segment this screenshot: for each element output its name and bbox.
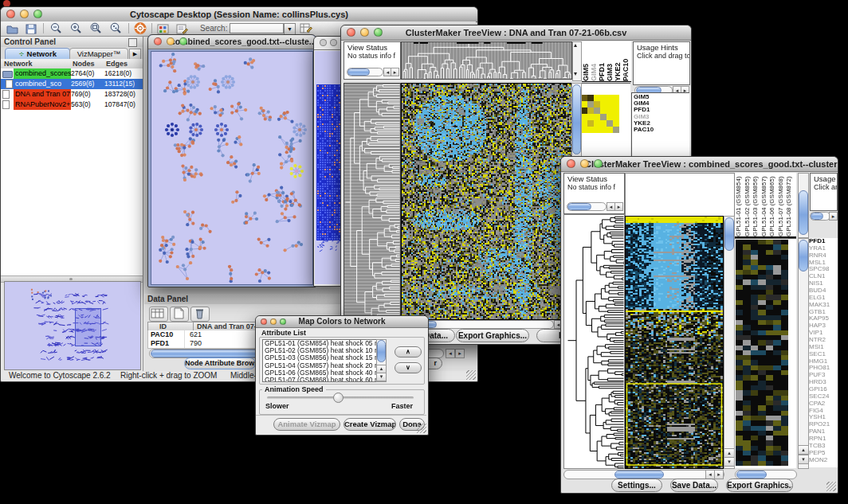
scroll-up-arrow[interactable]: ▴ (798, 445, 809, 455)
tab-vizmapper[interactable]: VizMapper™ (69, 48, 128, 60)
tv2-labels-vscroll-thumb[interactable] (799, 190, 808, 235)
minimize-button[interactable] (360, 28, 369, 37)
node-attribute-browser-tab[interactable]: Node Attribute Brows (184, 357, 256, 369)
scroll-right-arrow[interactable]: ▸ (391, 68, 399, 76)
tv1-column-label[interactable]: GIM3 (606, 45, 614, 81)
divider-handle[interactable] (69, 278, 73, 280)
tv2-column-label[interactable]: GPL51-01 (GSM854) (735, 174, 744, 236)
attribute-listbox[interactable]: GPL51-01 (GSM854) heat shock 05 minGPL51… (262, 339, 387, 382)
tv2-row-dendrogram[interactable] (563, 214, 625, 469)
close-button[interactable] (261, 318, 267, 325)
tv1-coltree-scroll-strip[interactable]: ▴ ▾ (572, 41, 582, 81)
col-network[interactable]: Network (4, 60, 33, 68)
zoom-button[interactable] (594, 159, 603, 168)
tv1-summary-heatmap[interactable] (581, 95, 619, 135)
zoom-fit-icon[interactable] (89, 22, 102, 37)
treeview2-title-bar[interactable]: ClusterMaker TreeView : combined_scores_… (561, 157, 838, 172)
zoom-button[interactable] (280, 318, 286, 325)
tv2-heatmap-canvas[interactable] (625, 216, 724, 469)
scroll-right-arrow[interactable]: ▸ (714, 470, 724, 479)
network-overview-canvas[interactable] (4, 281, 141, 370)
background-network-canvas[interactable] (315, 51, 342, 284)
col-nodes[interactable]: Nodes (73, 60, 95, 68)
tv1-row-dendrogram[interactable] (344, 83, 401, 320)
tv1-status-hscroll-thumb[interactable] (347, 68, 370, 76)
tv2-heat-vscroll-thumb[interactable] (724, 217, 734, 251)
tab-network[interactable]: ⁘ Network (5, 48, 70, 60)
tv2-column-label[interactable]: GPL51-03 (GSM856) (752, 174, 760, 236)
dialog-title-bar[interactable]: Map Colors to Network (256, 316, 428, 328)
scroll-up-arrow[interactable]: ▴ (574, 42, 577, 49)
network-view-canvas[interactable] (151, 51, 313, 285)
close-button[interactable] (567, 159, 575, 168)
tab-overflow-button[interactable]: ▶ (129, 49, 141, 60)
minimize-button[interactable] (330, 39, 337, 46)
scroll-right-arrow[interactable]: ▸ (829, 212, 838, 221)
tv2-heat-vscrollbar[interactable] (724, 216, 735, 469)
tv1-gene-label[interactable]: PAC10 (634, 127, 681, 133)
search-dropdown-button[interactable]: ▼ (284, 23, 296, 35)
network-list-row[interactable]: combined_scores2764(0)16218(0) (1, 68, 143, 79)
zoom-selected-icon[interactable] (109, 22, 122, 37)
tv1-column-label[interactable]: PFD1 (598, 45, 606, 81)
speed-slider-thumb[interactable] (333, 393, 344, 403)
tv1-heatmap-canvas[interactable] (401, 83, 572, 320)
animate-vizmap-button[interactable]: Animate Vizmap (273, 418, 340, 431)
network-list-row[interactable]: combined_sco2569(6)13112(15) (1, 79, 143, 89)
tv2-hscroll-thumb[interactable] (614, 471, 664, 479)
scroll-right-arrow[interactable]: ▸ (455, 349, 465, 358)
close-button[interactable] (154, 37, 162, 45)
zoom-out-icon[interactable] (49, 22, 62, 37)
data-col-id[interactable]: ID (159, 322, 167, 330)
tv2-genes-vscroll-thumb[interactable] (799, 240, 808, 272)
tv1-column-dendrogram[interactable] (401, 41, 572, 80)
scroll-left-arrow[interactable]: ◂ (446, 349, 455, 358)
tv1-export-graphics-button[interactable]: Export Graphics... (456, 329, 529, 342)
attribute-list-item[interactable]: GPL51-07 (GSM868) heat shock 60 min (265, 377, 386, 382)
zoom-button[interactable] (179, 37, 187, 45)
tv2-column-label[interactable]: GPL51-06 (GSM865) (768, 174, 777, 236)
tv2-export-graphics-button[interactable]: Export Graphics... (726, 479, 793, 492)
move-up-button[interactable]: ∧ (395, 346, 422, 357)
scroll-down-arrow[interactable]: ▾ (376, 373, 387, 381)
delete-attribute-icon[interactable] (190, 307, 210, 322)
tv2-settings-button[interactable]: Settings... (611, 479, 662, 492)
scroll-down-arrow[interactable]: ▾ (724, 457, 735, 467)
tv1-column-label[interactable]: YKE2 (614, 45, 622, 81)
minimize-button[interactable] (167, 37, 175, 45)
tv2-column-label[interactable]: GPL51-07 (GSM868) (777, 174, 786, 236)
tv2-hints-hscroll-thumb[interactable] (811, 213, 823, 220)
search-input[interactable] (230, 23, 284, 33)
tv2-resize-grip[interactable] (826, 482, 836, 491)
create-vizmap-button[interactable]: Create Vizmap (344, 418, 396, 431)
move-down-button[interactable]: ∨ (395, 362, 422, 373)
tv2-status-hscroll-thumb[interactable] (567, 203, 591, 210)
tv2-gene-label[interactable]: MON2 (809, 457, 838, 464)
treeview1-title-bar[interactable]: ClusterMaker TreeView : DNA and Tran 07-… (341, 25, 691, 41)
close-button[interactable] (6, 10, 15, 18)
main-resize-grip[interactable] (466, 370, 476, 380)
float-panel-icon[interactable] (128, 38, 137, 47)
tv1-column-label[interactable]: PAC10 (622, 45, 630, 81)
main-title-bar[interactable]: Cytoscape Desktop (Session Name: collins… (1, 7, 477, 22)
tv2-column-label[interactable]: GPL51-04 (GSM857) (760, 174, 769, 236)
attribute-list-vscroll-thumb[interactable] (377, 340, 386, 362)
tv1-column-label[interactable]: GIM4 (590, 45, 598, 81)
network-view-title-bar[interactable]: combined_scores_good.txt--cluste... (148, 35, 316, 49)
tv1-vscroll-thumb[interactable] (572, 84, 581, 154)
tv2-column-label[interactable]: GPL51-08 (GSM872) (785, 174, 794, 236)
minimize-button[interactable] (270, 318, 277, 325)
tv2-column-label[interactable]: GPL51-02 (GSM855) (744, 174, 752, 236)
scroll-down-arrow[interactable]: ▾ (574, 71, 577, 77)
new-attribute-button[interactable] (170, 307, 189, 322)
help-lifering-icon[interactable] (134, 22, 147, 37)
scroll-down-arrow[interactable]: ▾ (798, 455, 809, 464)
minimize-button[interactable] (580, 159, 589, 168)
minimize-button[interactable] (20, 10, 29, 18)
open-file-icon[interactable] (6, 23, 18, 37)
tv2-genes-vscrollbar[interactable] (798, 238, 809, 469)
network-list-row[interactable]: DNA and Tran 07769(0)183728(0) (1, 89, 143, 100)
save-icon[interactable] (26, 23, 37, 37)
network-list-row[interactable]: RNAPuberNov2+563(0)107847(0) (1, 100, 143, 110)
zoom-button[interactable] (33, 10, 42, 18)
